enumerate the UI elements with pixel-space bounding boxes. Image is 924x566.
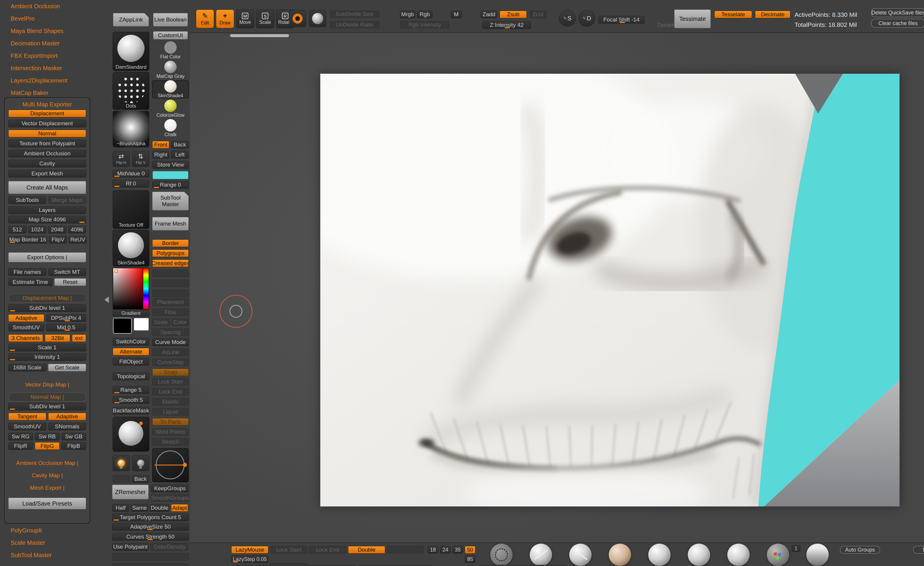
decimate-button[interactable]: Decimate xyxy=(755,10,790,18)
map-size-slider[interactable]: Map Size 4096 xyxy=(8,216,86,223)
adaptive-button[interactable]: Adaptive xyxy=(8,314,44,322)
matcap-item[interactable]: Chalk xyxy=(152,119,189,137)
tangent-button[interactable]: Tangent xyxy=(8,413,46,420)
flip-channel-button[interactable]: FlipG xyxy=(35,442,60,450)
map-toggle-button[interactable]: Displacement xyxy=(8,110,86,117)
half-button[interactable]: Half xyxy=(112,504,129,512)
exr-button[interactable]: exr xyxy=(72,334,86,342)
file-names-button[interactable]: File names xyxy=(8,268,46,276)
main-color-swatch[interactable] xyxy=(113,318,132,334)
rgb-button[interactable]: Rgb xyxy=(417,10,432,18)
light-on-button[interactable] xyxy=(112,455,130,471)
plugin-menu-item[interactable]: BevelPro xyxy=(10,15,67,23)
map-toggle-button[interactable]: Cavity xyxy=(8,160,86,168)
fillobject-button[interactable]: FillObject xyxy=(112,358,149,365)
midvalue-slider[interactable]: MidValue 0 xyxy=(112,170,149,177)
export-options-button[interactable]: Export Options | xyxy=(8,252,86,262)
map-size-preset-button[interactable]: 2048 xyxy=(48,226,66,234)
falloff-sphere-preview[interactable] xyxy=(112,417,149,452)
stroke-ring-button[interactable] xyxy=(289,10,306,27)
use-polypaint-button[interactable]: Use Polypaint xyxy=(112,543,148,551)
flip-channel-button[interactable]: FlipB xyxy=(62,442,86,450)
scale-slider[interactable]: Scale 1 xyxy=(8,344,86,351)
three-channels-button[interactable]: 3 Channels xyxy=(8,334,43,342)
map-size-preset-button[interactable]: 1024 xyxy=(28,226,46,234)
lazystep-slider[interactable]: LazyStep 0.05 xyxy=(231,556,268,563)
polygroups-button[interactable]: Polygroups xyxy=(152,249,189,257)
swizzle-button[interactable]: Sw RB xyxy=(35,433,60,440)
tesselate-button[interactable]: Tesselate xyxy=(714,10,752,18)
right-button[interactable]: Right xyxy=(152,151,169,159)
sixteenbit-scale-button[interactable]: 16Bit Scale xyxy=(8,364,46,371)
create-all-maps-button[interactable]: Create All Maps xyxy=(8,181,86,194)
rf-slider[interactable]: Rf 0 xyxy=(112,180,149,187)
snormals-button[interactable]: SNormals xyxy=(48,423,86,430)
curve-endpoint[interactable] xyxy=(183,463,187,467)
matcap-item[interactable]: SkinShade4 xyxy=(152,80,189,99)
ao-map-section[interactable]: Ambient Occlusion Map | xyxy=(8,459,86,467)
plugin-menu-item[interactable]: MatCap Baker xyxy=(10,89,67,97)
mask-button-clipped[interactable]: Ma xyxy=(913,546,924,554)
left-button[interactable]: Left xyxy=(171,151,189,159)
clear-cache-button[interactable]: Clear cache files xyxy=(871,19,924,28)
focal-shift-slider[interactable]: Focal Shift -14 xyxy=(598,16,645,24)
subdiv-level-slider[interactable]: SubDiv level 1 xyxy=(8,304,86,312)
double-button[interactable]: Double xyxy=(150,504,169,512)
auto-groups-button[interactable]: Auto Groups xyxy=(840,546,880,554)
texture-thumbnail[interactable]: Texture Off xyxy=(112,190,149,229)
subtools-button[interactable]: SubTools xyxy=(8,196,46,204)
move-button[interactable]: M Move xyxy=(236,9,254,28)
viewport-area[interactable] xyxy=(190,33,924,542)
plugin-menu-item[interactable]: Ambient Occlusion xyxy=(10,2,67,10)
subtool-master-button[interactable]: SubTool Master xyxy=(152,192,189,211)
border-button[interactable]: Border xyxy=(152,240,189,247)
vector-disp-map-section[interactable]: Vector Disp Map | xyxy=(8,381,86,389)
plugin-menu-item[interactable]: PolyGroupIt xyxy=(10,527,52,535)
layers-button[interactable]: Layers xyxy=(8,207,86,214)
back-button[interactable]: Back xyxy=(132,475,149,483)
z-intensity-slider[interactable]: Z Intensity 42 xyxy=(483,21,531,29)
store-view-button[interactable]: Store View xyxy=(152,161,189,169)
delete-quicksave-button[interactable]: Delete QuickSave files xyxy=(871,8,924,17)
matcap-item[interactable]: Flat Color xyxy=(152,41,189,60)
range0-slider[interactable]: Range 0 xyxy=(152,181,189,189)
cavity-map-section[interactable]: Cavity Map | xyxy=(8,472,86,479)
spotlight-s-button[interactable]: ✎S xyxy=(559,10,576,27)
switchcolor-button[interactable]: SwitchColor xyxy=(112,338,149,346)
flipv-button[interactable]: FlipV xyxy=(49,236,67,244)
topological-button[interactable]: Topological xyxy=(112,373,149,380)
frame-mesh-button[interactable]: Frame Mesh xyxy=(152,217,189,231)
quick-brush-item[interactable]: Move Elastic xyxy=(719,544,758,566)
intensity-slider[interactable]: Intensity 1 xyxy=(8,353,86,361)
hue-strip[interactable] xyxy=(143,268,148,309)
same-button[interactable]: Same xyxy=(131,504,148,512)
normal-map-section[interactable]: Normal Map | xyxy=(8,393,86,401)
creased-edges-button[interactable]: Creased edges xyxy=(152,259,189,267)
draw-button[interactable]: + Draw xyxy=(216,9,234,28)
plugin-menu-item[interactable]: Scale Master xyxy=(10,539,52,547)
zadd-button[interactable]: Zadd xyxy=(481,10,497,18)
dpsubpix-slider[interactable]: DPSubPix 4 xyxy=(46,314,86,322)
quick-brush-item[interactable]: Move xyxy=(679,544,719,566)
switch-mt-button[interactable]: Switch MT xyxy=(48,268,86,276)
plugin-menu-item[interactable]: Intersection Masker xyxy=(10,64,67,72)
map-toggle-button[interactable]: Normal xyxy=(8,130,86,137)
normal-subdiv-slider[interactable]: SubDiv level 1 xyxy=(8,403,86,410)
target-polygons-slider[interactable]: Target Polygons Count 5 xyxy=(112,514,189,521)
gradient-button[interactable]: Gradient xyxy=(112,310,149,317)
live-boolean-button[interactable]: Live Boolean xyxy=(153,13,188,27)
color-picker[interactable] xyxy=(112,268,149,310)
background-color-swatch[interactable] xyxy=(153,171,189,179)
front-button[interactable]: Front xyxy=(152,141,169,148)
scale-button[interactable]: S Scale xyxy=(256,9,274,28)
preset-85-button[interactable]: 85 xyxy=(465,556,476,563)
curves-strength-slider[interactable]: Curves Strength 50 xyxy=(112,533,189,541)
quick-brush-item[interactable]: SliceCurve xyxy=(521,544,561,566)
alpha-thumbnail[interactable]: ~BrushAlpha xyxy=(112,111,149,147)
material-thumbnail[interactable]: SkinShade4 xyxy=(112,230,149,267)
estimate-time-button[interactable]: Estimate Time xyxy=(8,278,52,286)
preset-35-button[interactable]: 35 xyxy=(452,546,463,554)
map-size-preset-button[interactable]: 512 xyxy=(8,226,27,234)
plugin-menu-item[interactable]: SubTool Master xyxy=(10,551,52,559)
back-face-button[interactable]: Back xyxy=(171,141,189,148)
